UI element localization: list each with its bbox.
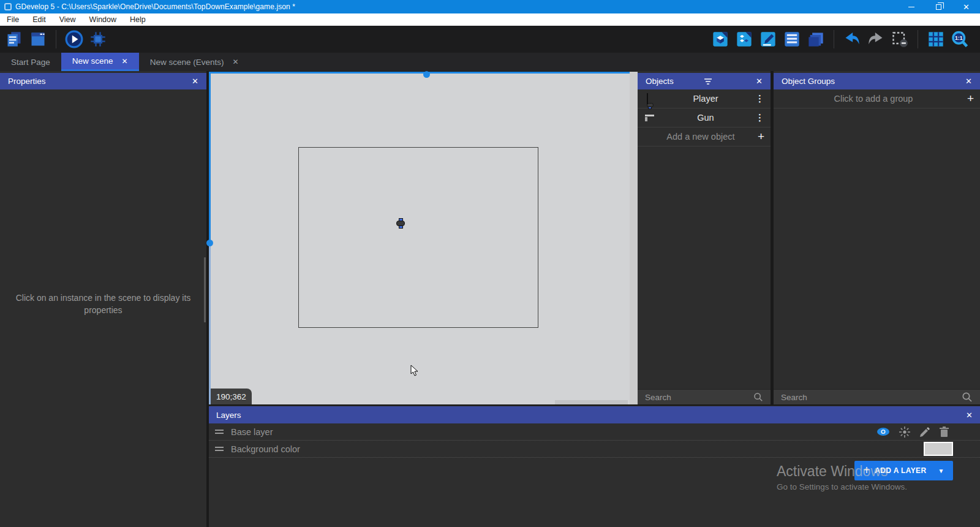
tab-new-scene-events[interactable]: New scene (Events) ✕ — [139, 53, 250, 71]
layer-row-background[interactable]: Background color — [209, 441, 980, 458]
toggle-instances-list-button[interactable] — [783, 30, 801, 48]
gdevelop-logo-icon — [4, 3, 12, 10]
objects-panel-icon — [712, 31, 729, 48]
drag-handle-icon[interactable] — [215, 447, 224, 451]
toggle-grid-button[interactable] — [927, 30, 945, 48]
clear-selection-icon — [891, 31, 908, 48]
canvas-vertical-scrollbar[interactable] — [630, 72, 638, 404]
menu-help[interactable]: Help — [123, 13, 153, 26]
play-icon — [65, 30, 83, 48]
tab-close-icon[interactable]: ✕ — [232, 58, 238, 66]
player-sprite-feet — [399, 226, 403, 229]
project-manager-button[interactable] — [5, 30, 23, 48]
visibility-eye-icon[interactable] — [876, 427, 890, 436]
add-group-plus-icon: + — [967, 92, 974, 105]
game-window-bounds — [298, 147, 538, 328]
tab-start-page[interactable]: Start Page — [0, 53, 61, 71]
toggle-object-groups-panel-button[interactable] — [735, 30, 753, 48]
toolbar: 1:1 — [0, 26, 980, 53]
splitter-handle-dot[interactable] — [423, 71, 430, 78]
menu-edit[interactable]: Edit — [26, 13, 53, 26]
objects-close-icon[interactable]: ✕ — [756, 77, 763, 86]
properties-panel-header: Properties ✕ — [0, 73, 206, 89]
toolbar-separator — [56, 30, 56, 48]
edit-layer-pencil-icon[interactable] — [919, 427, 930, 438]
object-groups-close-icon[interactable]: ✕ — [965, 77, 972, 86]
toggle-layers-panel-button[interactable] — [807, 30, 825, 48]
object-menu-icon[interactable]: ⋮ — [755, 112, 764, 123]
chevron-down-icon[interactable]: ▼ — [938, 468, 944, 474]
debug-chip-icon — [89, 31, 107, 48]
start-page-button[interactable] — [29, 30, 47, 48]
toggle-objects-panel-button[interactable] — [711, 30, 729, 48]
title-bar: GDevelop 5 - C:\Users\Sparkle\OneDrive\D… — [0, 0, 980, 13]
scene-canvas[interactable]: 190;362 — [209, 72, 630, 404]
minimize-icon — [908, 7, 914, 7]
layers-panel: Layers ✕ Base layer — [209, 406, 980, 527]
restore-button[interactable] — [925, 0, 952, 13]
toolbar-separator — [834, 30, 834, 48]
canvas-horizontal-scrollbar[interactable] — [555, 400, 628, 404]
menu-window[interactable]: Window — [83, 13, 123, 26]
menu-view[interactable]: View — [53, 13, 83, 26]
layers-close-icon[interactable]: ✕ — [966, 411, 973, 420]
tab-new-scene-label: New scene — [72, 56, 113, 66]
toggle-properties-panel-button[interactable] — [759, 30, 777, 48]
redo-button[interactable] — [867, 30, 885, 48]
filter-icon[interactable] — [704, 78, 712, 85]
zoom-1-1-icon: 1:1 — [951, 30, 969, 48]
debug-button[interactable] — [89, 30, 107, 48]
properties-close-icon[interactable]: ✕ — [192, 77, 198, 86]
close-button[interactable]: ✕ — [952, 0, 980, 13]
player-thumbnail-icon — [644, 94, 656, 104]
properties-scrollbar[interactable] — [204, 257, 206, 322]
add-new-object-row[interactable]: Add a new object + — [638, 127, 771, 146]
redo-icon — [867, 31, 884, 48]
editor-tab-bar: Start Page New scene ✕ New scene (Events… — [0, 53, 980, 71]
clear-selection-button[interactable] — [891, 30, 909, 48]
drag-handle-icon[interactable] — [215, 430, 224, 434]
tab-start-page-label: Start Page — [11, 58, 50, 67]
project-manager-icon — [6, 31, 23, 48]
layers-list: Base layer — [209, 423, 980, 458]
properties-empty-message: Click on an instance in the scene to dis… — [6, 292, 200, 317]
minimize-button[interactable] — [897, 0, 925, 13]
object-groups-panel-header: Object Groups ✕ — [774, 73, 980, 89]
vertical-splitter[interactable] — [209, 72, 211, 404]
add-object-plus-icon: + — [758, 130, 764, 143]
undo-button[interactable] — [843, 30, 861, 48]
layer-row-base[interactable]: Base layer — [209, 423, 980, 441]
window-title: GDevelop 5 - C:\Users\Sparkle\OneDrive\D… — [15, 2, 295, 11]
object-groups-search-input[interactable] — [781, 393, 962, 402]
menu-file[interactable]: File — [0, 13, 26, 26]
zoom-original-button[interactable]: 1:1 — [951, 30, 969, 48]
instances-list-icon — [783, 31, 801, 48]
add-group-row[interactable]: Click to add a group + — [774, 89, 980, 108]
tab-new-scene-events-label: New scene (Events) — [150, 58, 224, 67]
properties-panel: Properties ✕ Click on an instance in the… — [0, 71, 206, 527]
objects-list: Player ⋮ Gun ⋮ Add a new object + — [638, 89, 771, 146]
delete-layer-trash-icon[interactable] — [939, 426, 949, 438]
object-row-gun[interactable]: Gun ⋮ — [638, 108, 771, 127]
background-color-swatch[interactable] — [924, 442, 953, 456]
layer-name: Base layer — [231, 427, 273, 437]
tab-close-icon[interactable]: ✕ — [122, 57, 128, 66]
tab-new-scene[interactable]: New scene ✕ — [61, 53, 139, 71]
object-groups-panel-title: Object Groups — [782, 77, 835, 86]
objects-panel-title: Objects — [646, 77, 674, 86]
object-menu-icon[interactable]: ⋮ — [755, 93, 764, 104]
mouse-cursor-icon — [410, 365, 419, 377]
player-instance[interactable] — [396, 218, 405, 230]
gun-thumbnail-icon — [644, 114, 656, 122]
objects-search-input[interactable] — [645, 393, 753, 402]
splitter-handle-dot[interactable] — [206, 240, 213, 246]
layers-panel-header: Layers ✕ — [209, 406, 980, 423]
object-row-player[interactable]: Player ⋮ — [638, 89, 771, 108]
layer-effects-icon[interactable] — [899, 426, 911, 438]
preview-button[interactable] — [65, 30, 83, 48]
add-layer-button[interactable]: + ADD A LAYER ▼ — [854, 461, 953, 480]
properties-panel-title: Properties — [8, 77, 46, 86]
toolbar-right-group: 1:1 — [711, 30, 969, 48]
layers-panel-title: Layers — [216, 411, 241, 420]
horizontal-splitter[interactable] — [209, 72, 630, 74]
